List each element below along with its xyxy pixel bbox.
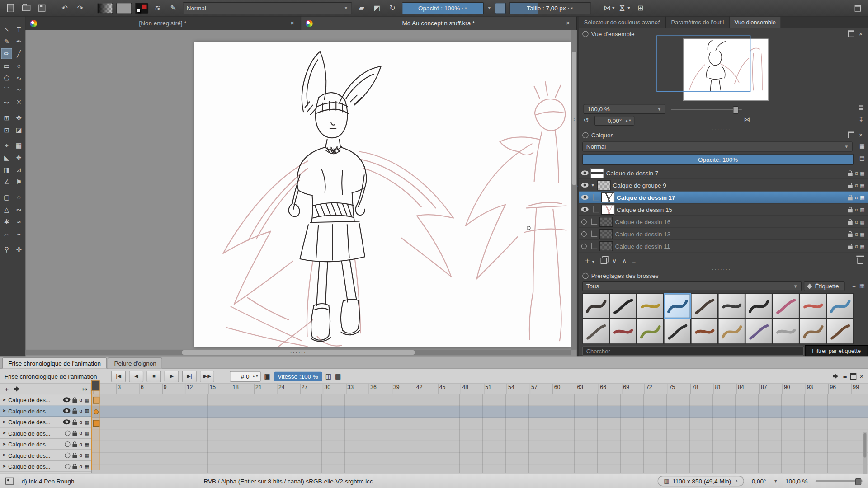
alpha-lock-icon[interactable]: α (79, 397, 82, 403)
layer-visibility-icon[interactable] (581, 183, 589, 188)
layer-visibility-icon[interactable] (63, 419, 71, 424)
opacity-dropdown-arrow[interactable]: ▼ (487, 5, 492, 10)
tool-button[interactable]: ↖ (1, 24, 12, 35)
overview-zoom-dropdown[interactable]: 100,0 % ▼ (584, 104, 665, 114)
layer-lock-icon[interactable] (848, 184, 853, 188)
move-layer-down-button[interactable]: ∨ (612, 257, 617, 264)
pin-layer-icon[interactable]: ➤ (2, 453, 6, 458)
layer-properties-icon[interactable]: ▦ (860, 170, 864, 176)
brush-preset[interactable] (582, 319, 609, 344)
tool-button[interactable]: ❖ (13, 152, 24, 163)
brush-preset[interactable] (637, 319, 664, 344)
keyframe-marker[interactable] (93, 397, 100, 404)
frame-number[interactable]: 99 (851, 384, 868, 394)
frame-number[interactable]: 72 (644, 384, 667, 394)
frame-number[interactable]: 69 (621, 384, 644, 394)
layer-properties-icon[interactable]: ▦ (860, 219, 864, 224)
layer-lock-icon[interactable] (73, 455, 77, 458)
timeline-grid-row[interactable] (92, 418, 868, 429)
next-frame-button[interactable]: ▶| (182, 371, 197, 382)
opacity-spin-arrows[interactable]: ▲▼ (461, 6, 468, 9)
brush-preset[interactable] (664, 319, 691, 344)
tool-button[interactable]: ▭ (1, 60, 12, 71)
timeline-layer-row[interactable]: ➤ Calque de des... α ▦ (0, 461, 91, 472)
stop-button[interactable]: ■ (147, 371, 161, 382)
layer-row[interactable]: ▼ Calque de dessin 16 α ▦ (579, 216, 868, 228)
layer-row[interactable]: ▼ Calque de dessin 7 α ▦ (579, 167, 868, 179)
grid-view-icon[interactable]: ▤ (859, 104, 864, 110)
pin-layer-icon[interactable]: ➤ (2, 464, 6, 469)
brush-tag-filter-dropdown[interactable]: Tous ▼ (582, 281, 802, 291)
brush-preset[interactable] (609, 293, 637, 319)
tool-button[interactable]: ⌓ (1, 229, 12, 239)
layer-properties-icon[interactable]: ▦ (860, 243, 864, 249)
layer-lock-icon[interactable] (73, 410, 77, 413)
frame-numbers[interactable]: 0 3 6 9 12 15 18 21 24 27 (91, 384, 868, 394)
tag-button[interactable]: Étiquette (804, 281, 845, 291)
rotation-spin-arrows[interactable]: ▲▼ (625, 119, 632, 122)
audio-icon[interactable] (14, 386, 21, 392)
last-frame-button[interactable]: ▶▶ (200, 371, 214, 382)
frame-number[interactable]: 36 (369, 384, 392, 394)
layer-lock-icon[interactable] (848, 233, 853, 236)
layer-visibility-icon[interactable] (581, 207, 589, 212)
tool-button[interactable]: ⌁ (13, 229, 24, 239)
size-slider[interactable]: Taille : 7,00 px ▲▼ (509, 2, 591, 14)
canvas-vertical-scrollbar[interactable]: ⋮ (571, 30, 577, 350)
float-docker-icon[interactable] (848, 131, 854, 138)
tool-button[interactable]: ✜ (13, 244, 24, 255)
undo-button[interactable]: ↶ (59, 2, 71, 14)
layer-row[interactable]: ▼ Calque de dessin 13 α ▦ (579, 228, 868, 240)
brush-preset[interactable] (745, 319, 772, 344)
close-docker-icon[interactable]: × (860, 372, 864, 380)
zoom-slider-knob[interactable] (855, 478, 861, 485)
float-docker-icon[interactable] (848, 30, 854, 37)
new-document-button[interactable] (5, 2, 17, 14)
brush-preset[interactable] (582, 293, 609, 319)
layer-visibility-icon[interactable] (581, 195, 589, 200)
layer-lock-icon[interactable] (73, 421, 77, 424)
play-button[interactable]: ▶ (165, 371, 179, 382)
redo-button[interactable]: ↷ (74, 2, 86, 14)
tool-button[interactable]: ✏ (1, 48, 12, 59)
docker-lock-icon[interactable] (582, 31, 588, 37)
frame-number[interactable]: 66 (599, 384, 622, 394)
previous-frame-button[interactable]: ◀ (129, 371, 144, 382)
timeline-layer-row[interactable]: ➤ Calque de des... α ▦ (0, 428, 91, 439)
mirror-view-icon[interactable]: ⋈ (744, 116, 750, 123)
layer-lock-icon[interactable] (848, 172, 853, 175)
tool-button[interactable]: ⚲ (1, 244, 12, 255)
tool-button[interactable]: ≈ (13, 216, 24, 227)
scrollbar-handle[interactable]: ······ (182, 350, 415, 355)
layer-properties-icon[interactable]: ▦ (85, 397, 89, 403)
docker-lock-icon[interactable] (582, 272, 588, 278)
overview-viewport-rect[interactable] (656, 35, 750, 92)
canvas-horizontal-scrollbar[interactable]: ······ (25, 350, 571, 355)
blend-mode-dropdown[interactable]: Normal ▼ (183, 2, 352, 14)
timeline-grid-row[interactable] (92, 464, 868, 474)
tool-button[interactable]: ∾ (13, 204, 24, 215)
frame-number[interactable]: 30 (323, 384, 346, 394)
alpha-lock-icon[interactable]: α (79, 430, 82, 436)
layer-lock-icon[interactable] (73, 443, 77, 446)
tool-button[interactable]: T (13, 24, 24, 35)
alpha-lock-icon[interactable]: α (855, 194, 858, 200)
group-expander-icon[interactable]: ▼ (591, 183, 595, 188)
tool-button[interactable]: ✒ (13, 36, 24, 47)
brush-preset[interactable] (745, 293, 772, 319)
tool-button[interactable]: ↝ (1, 97, 12, 108)
frame-number[interactable]: 78 (690, 384, 713, 394)
pin-layer-icon[interactable]: ➤ (2, 419, 6, 424)
frame-number[interactable]: 87 (759, 384, 782, 394)
reload-preset-button[interactable]: ↻ (387, 2, 399, 14)
move-layer-up-button[interactable]: ∧ (622, 257, 627, 264)
brush-preset[interactable] (826, 293, 854, 319)
frame-number[interactable]: 90 (782, 384, 805, 394)
layer-properties-icon[interactable]: ▦ (85, 408, 89, 413)
layer-properties-icon[interactable]: ▦ (85, 430, 89, 436)
timeline-layer-row[interactable]: ➤ Calque de des... α ▦ (0, 394, 91, 405)
preserve-alpha-button[interactable]: ◩ (371, 2, 383, 14)
size-spin-arrows[interactable]: ▲▼ (567, 6, 574, 9)
tool-button[interactable]: ⌖ (1, 140, 12, 151)
first-frame-button[interactable]: |◀ (111, 371, 126, 382)
